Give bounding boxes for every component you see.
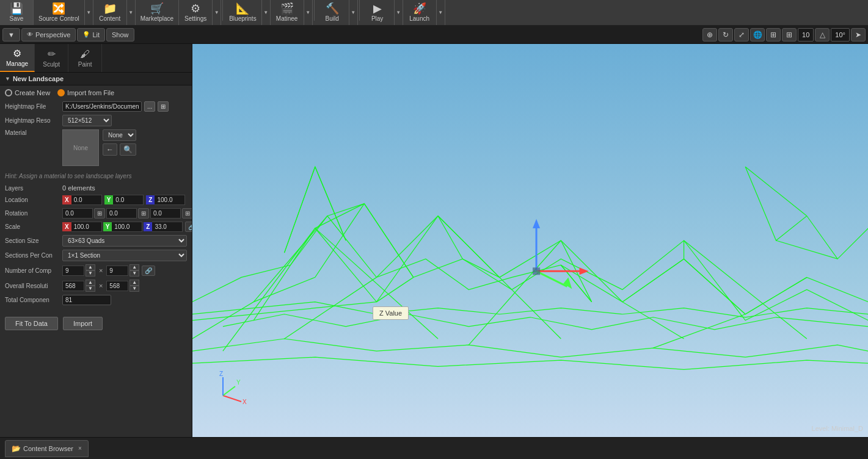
manage-label: Manage [6,60,28,67]
create-new-option[interactable]: Create New [5,89,50,96]
angle-snap-btn[interactable]: △ [815,28,830,42]
num-comp-link-btn[interactable]: 🔗 [142,266,155,276]
overall-res-x-spinner: ▲ ▼ [86,280,95,292]
scale-y-input[interactable] [112,222,142,232]
build-arrow[interactable]: ▼ [349,0,358,25]
level-value: Minimal_D [831,425,863,432]
overall-res-x-input[interactable] [62,281,84,291]
viewport-dropdown-icon: ▼ [8,31,15,38]
viewport-dropdown-btn[interactable]: ▼ [2,28,20,42]
rotation-row: Rotation ⊞ ⊞ ⊞ [5,208,187,219]
show-label: Show [112,31,129,38]
import-from-file-option[interactable]: Import from File [57,89,114,96]
sections-per-comp-label: Sections Per Con [5,252,60,259]
scale-z-input[interactable] [152,222,183,232]
marketplace-button[interactable]: 🛒 Marketplace [136,0,179,25]
tab-paint[interactable]: 🖌 Paint [68,44,102,72]
num-comp-y-down[interactable]: ▼ [129,270,139,276]
lit-btn[interactable]: 💡 Lit [77,28,105,42]
matinee-arrow[interactable]: ▼ [304,0,313,25]
blueprints-label: Blueprints [229,15,256,22]
rotation-z-input[interactable] [150,208,181,219]
heightmap-extra-btn[interactable]: ⊞ [158,101,169,112]
build-button[interactable]: 🔨 Build [316,0,349,25]
marketplace-label: Marketplace [140,15,173,22]
location-x-input[interactable] [71,195,102,205]
content-button[interactable]: 📁 Content [93,0,127,25]
content-browser-tab[interactable]: 📂 Content Browser × [5,440,89,457]
camera-speed-btn[interactable]: ➤ [851,28,866,42]
world-space-btn[interactable]: 🌐 [750,28,765,42]
blueprints-arrow[interactable]: ▼ [262,0,271,25]
launch-arrow[interactable]: ▼ [437,0,445,25]
paint-label: Paint [78,61,92,68]
source-control-button[interactable]: 🔀 Source Control [34,0,85,25]
overall-res-y-input[interactable] [106,281,128,291]
create-new-radio[interactable] [5,89,12,96]
heightmap-browse-btn[interactable]: ... [144,101,155,112]
content-group: 📁 Content ▼ [93,0,136,25]
scale-x-input[interactable] [71,222,102,232]
heightmap-file-row: Heightmap File ... ⊞ [5,101,187,112]
overall-res-x-down[interactable]: ▼ [86,286,95,292]
sections-per-comp-select[interactable]: 1×1 Section 2×2 Sections [62,250,187,261]
rotation-x-input[interactable] [62,208,93,219]
show-btn[interactable]: Show [106,28,134,42]
material-search-btn[interactable]: 🔍 [120,143,136,156]
settings-arrow[interactable]: ▼ [213,0,221,25]
rotation-y-input[interactable] [106,208,137,219]
save-button[interactable]: 💾 Save [0,0,34,25]
blueprints-button[interactable]: 📐 Blueprints [224,0,261,25]
tab-manage[interactable]: ⚙ Manage [0,44,35,72]
location-z-field: Z [146,195,187,205]
num-comp-x-input[interactable] [62,266,84,276]
launch-button[interactable]: 🚀 Launch [403,0,437,25]
settings-button[interactable]: ⚙ Settings [179,0,213,25]
bottom-bar: 📂 Content Browser × [0,437,868,459]
landscape-bottom-buttons: Fit To Data Import [0,317,192,335]
source-control-arrow[interactable]: ▼ [85,0,93,25]
surface-snapping-btn[interactable]: ⊞ [766,28,781,42]
overall-res-x-up[interactable]: ▲ [86,280,95,286]
content-arrow[interactable]: ▼ [127,0,136,25]
material-back-btn[interactable]: ← [103,143,117,156]
rotation-z-expand[interactable]: ⊞ [182,208,192,219]
num-comp-y-input[interactable] [106,266,128,276]
material-select[interactable]: None [103,129,136,141]
content-browser-icon: 📂 [12,444,21,453]
grid-size-display: 10 [798,28,814,42]
fit-to-data-button[interactable]: Fit To Data [5,317,58,330]
rotation-y-expand[interactable]: ⊞ [138,208,149,219]
scale-btn[interactable]: ⤢ [734,28,749,42]
play-arrow[interactable]: ▼ [395,0,403,25]
grid-btn[interactable]: ⊞ [782,28,797,42]
play-button[interactable]: ▶ Play [361,0,395,25]
overall-res-y-up[interactable]: ▲ [129,280,139,286]
num-comp-y-up[interactable]: ▲ [129,264,139,270]
heightmap-res-row: Heightmap Reso 512×512 1024×1024 2048×20… [5,115,187,126]
scale-link-btn[interactable]: 🔗 [185,222,192,232]
rotate-btn[interactable]: ↻ [718,28,733,42]
heightmap-res-select[interactable]: 512×512 1024×1024 2048×2048 [62,115,112,126]
import-from-file-radio[interactable] [57,89,65,96]
overall-res-y-spinner: ▲ ▼ [129,280,139,292]
matinee-button[interactable]: 🎬 Matinee [271,0,304,25]
num-comp-x-up[interactable]: ▲ [86,264,95,270]
svg-rect-34 [533,267,540,275]
viewport[interactable]: X Y Z Z Value Level: Minimal_D [192,44,868,437]
viewport-svg [192,44,868,437]
num-comp-x-down[interactable]: ▼ [86,270,95,276]
translate-btn[interactable]: ⊕ [702,28,717,42]
rotation-x-expand[interactable]: ⊞ [94,208,105,219]
tab-sculpt[interactable]: ✏ Sculpt [35,44,68,72]
new-landscape-heading[interactable]: ▼ New Landscape [0,73,192,85]
layers-label: Layers [5,185,60,192]
location-y-input[interactable] [113,195,144,205]
content-browser-close[interactable]: × [78,445,82,452]
overall-res-y-down[interactable]: ▼ [129,286,139,292]
location-z-input[interactable] [155,195,185,205]
heightmap-file-input[interactable] [62,101,142,112]
perspective-btn[interactable]: 👁 Perspective [21,28,76,42]
section-size-select[interactable]: 63×63 Quads 127×127 Quads 255×255 Quads [62,235,187,247]
import-button[interactable]: Import [63,317,103,330]
